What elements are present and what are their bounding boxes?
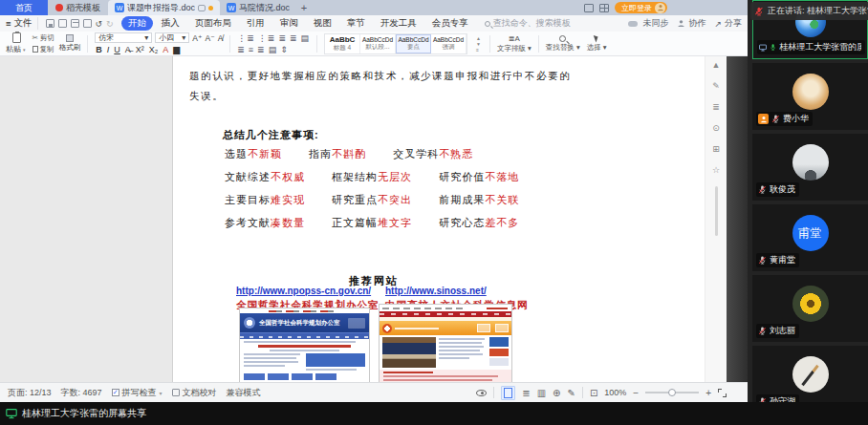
proofread-button[interactable]: 文档校对 [172,387,217,399]
format-painter-button[interactable]: 格式刷 [59,34,81,53]
zoom-slider[interactable] [645,392,699,393]
clear-format-icon[interactable]: A̸ [218,33,224,43]
eye-protect-icon[interactable] [476,390,487,396]
underline-icon[interactable]: U [113,45,121,54]
export-icon[interactable] [58,19,67,28]
save-icon[interactable] [46,19,54,28]
fullscreen-icon[interactable] [718,389,727,397]
tab-document-2[interactable]: W 马院情况.doc [220,0,296,15]
menu-item-start[interactable]: 开始 [121,16,153,31]
menu-item-view[interactable]: 视图 [307,16,338,31]
align-left-icon[interactable]: ≣ [237,45,246,54]
star-icon[interactable]: ☆ [712,165,720,175]
new-tab-button[interactable]: + [296,0,312,15]
align-right-icon[interactable]: ≣ [257,45,266,54]
zoom-slider-thumb[interactable] [668,389,676,396]
file-menu[interactable]: ≡ 文件 [6,17,38,30]
font-family-select[interactable]: 仿宋▾ [95,32,152,43]
site-link[interactable]: http://www.sinoss.net/ [385,286,529,296]
cursor-icon [594,34,599,43]
indent-decrease-icon[interactable]: ≣ [278,33,287,43]
grow-font-icon[interactable]: A⁺ [192,33,202,43]
copy-button[interactable]: 复制 [33,45,54,54]
italic-icon[interactable]: I [106,45,111,54]
outline-pane-icon[interactable]: ≣ [712,102,720,112]
redo-icon[interactable]: ↻ [106,19,114,29]
issue-red-text: 不突出 [378,194,412,205]
font-color-icon[interactable]: A [162,45,169,54]
tab-document-1[interactable]: W 课题申报指导.doc [108,0,220,15]
fit-page-icon[interactable]: ⊡ [590,388,597,398]
tab-docer-templates[interactable]: 稻壳模板 [48,0,108,15]
find-replace-button[interactable]: 查找替换 ▾ [546,35,580,53]
style-heading4[interactable]: AaBbC 标题 4 [325,34,360,53]
sync-status[interactable]: 未同步 [628,17,668,30]
site-nav-bar [240,332,369,339]
edit-pen-icon[interactable]: ✎ [568,388,575,398]
menu-item-insert[interactable]: 插入 [155,16,186,31]
print-icon[interactable] [71,19,79,28]
style-default[interactable]: AaBbCcDd 默认段... [360,34,396,53]
menu-item-page-layout[interactable]: 页面布局 [188,16,238,31]
participant-tile[interactable]: 刘志丽 [752,275,868,342]
menu-item-section[interactable]: 章节 [340,16,372,31]
outline-view-icon[interactable]: ≣ [522,388,530,398]
style-emphasis[interactable]: AaBbCcDd 强调 [431,34,467,53]
undo-icon[interactable]: ↺ [96,19,103,29]
word-count[interactable]: 字数: 4697 [61,387,102,399]
font-size-select[interactable]: 小四▾ [155,32,189,43]
menu-item-references[interactable]: 引用 [240,16,271,31]
participant-tile[interactable]: 费小华 [752,63,868,130]
bullet-list-icon[interactable]: ⋮≣ [237,33,255,43]
zoom-level[interactable]: 100% [604,388,626,397]
tab-home[interactable]: 首页 [0,0,48,15]
web-view-icon[interactable]: ⊕ [553,388,560,398]
zoom-in-icon[interactable]: + [705,388,711,398]
menu-item-dev-tools[interactable]: 开发工具 [374,16,423,31]
scrollbar-thumb[interactable] [715,186,718,236]
grid-pane-icon[interactable]: ⊞ [712,144,720,154]
command-search[interactable]: 查找命令、搜索模板 [485,17,571,30]
participant-tile[interactable]: 孙守湖 [752,346,868,402]
site-link[interactable]: http://www.npopss-cn.gov.cn/ [236,286,380,296]
sort-icon[interactable]: ▤ [300,33,310,43]
styles-scroll-arrows[interactable]: ▲▼≡ [474,34,483,53]
style-keypoint[interactable]: AaBbCcDd 要点 [396,34,431,53]
zoom-out-icon[interactable]: − [633,388,639,398]
book-view-icon[interactable]: ▥ [537,388,546,398]
superscript-icon[interactable]: X² [135,45,145,54]
unsaved-dot-icon [208,6,213,11]
justify-icon[interactable]: ▤ [269,45,278,54]
subscript-icon[interactable]: X₂ [148,45,160,54]
cut-button[interactable]: ✂剪切 [33,33,54,43]
proofread-label: 文档校对 [183,387,217,399]
page-view-button[interactable] [501,386,515,400]
highlight-icon[interactable]: ▆ [172,45,181,54]
share-button[interactable]: ↗分享 [714,17,742,30]
menu-item-member[interactable]: 会员专享 [425,16,475,31]
login-button[interactable]: 立即登录 [615,2,667,13]
line-spacing-icon[interactable]: ⇕ [280,45,289,54]
number-list-icon[interactable]: ⋮≣ [258,33,276,43]
shrink-font-icon[interactable]: A⁻ [205,33,214,43]
text-layout-button[interactable]: ≣A 文字排版 ▾ [497,34,532,53]
paste-button[interactable]: 粘贴▾ [6,32,28,54]
apps-grid-icon[interactable] [599,4,609,12]
meeting-photo [382,337,436,368]
spellcheck-toggle[interactable]: ✓拼写检查▾ [112,387,163,399]
bold-icon[interactable]: B [95,45,103,54]
align-center-icon[interactable]: ≡ [249,45,254,54]
indent-increase-icon[interactable]: ≣ [290,33,298,43]
strikethrough-icon[interactable]: A̶ [124,45,132,54]
document-page[interactable]: 题的认识，更好地掌握相应的策略和技术，减少课题申报和进行中不必要的 失误。 总结… [173,56,705,382]
menu-item-review[interactable]: 审阅 [273,16,305,31]
select-button[interactable]: 选择 ▾ [587,34,607,53]
pen-icon[interactable]: ✎ [712,81,720,91]
workspace-icon[interactable] [584,4,594,12]
scroll-up-icon[interactable]: ▲ [712,60,721,70]
participant-tile[interactable]: 耿俊茂 [752,134,868,201]
target-icon[interactable]: ⊙ [712,123,720,133]
preview-icon[interactable] [83,19,92,28]
collaborate-button[interactable]: 协作 [677,17,705,30]
participant-tile[interactable]: 甫堂 黄甫堂 [752,204,868,271]
